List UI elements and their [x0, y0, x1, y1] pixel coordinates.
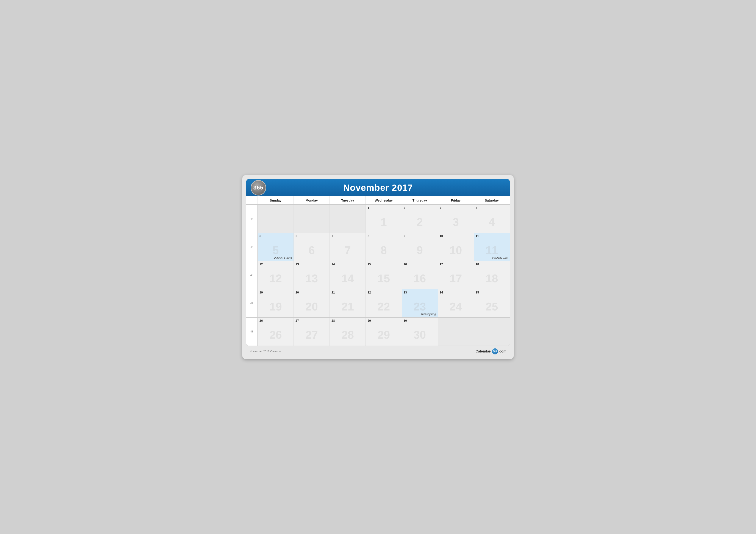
day-header-tuesday: Tuesday	[330, 196, 365, 204]
day-number: 22	[367, 291, 400, 294]
day-number: 20	[295, 291, 328, 294]
footer-calendar-text: Calendar-	[475, 349, 492, 353]
day-number: 29	[367, 319, 400, 322]
day-header-wednesday: Wednesday	[365, 196, 401, 204]
day-cell: 2121	[330, 290, 365, 318]
day-number: 1	[367, 206, 400, 210]
day-cell: 99	[402, 233, 438, 261]
day-watermark: 14	[341, 272, 354, 285]
day-cell: 2727	[293, 318, 330, 345]
day-cell	[330, 205, 365, 233]
day-watermark: 20	[305, 300, 318, 313]
day-header-friday: Friday	[438, 196, 474, 204]
day-number: 13	[295, 263, 328, 266]
day-watermark: 23	[414, 300, 426, 313]
day-cell: 1010	[438, 233, 474, 261]
week-num-cell: 46	[246, 261, 257, 289]
day-watermark: 10	[449, 244, 462, 257]
event-label: Veterans' Day	[492, 256, 508, 259]
calendar-body: 44112233444555Daylight Saving66778899101…	[246, 205, 510, 345]
event-label: Daylight Saving	[274, 256, 292, 259]
day-number: 27	[295, 319, 328, 322]
week-num-cell: 47	[246, 290, 257, 318]
day-cell: 55Daylight Saving	[257, 233, 293, 261]
day-number: 26	[259, 319, 292, 322]
day-number: 11	[475, 234, 508, 238]
page-title: November 2017	[252, 183, 504, 193]
calendar-header: 365 November 2017	[246, 179, 510, 196]
calendar-row: 461212131314141515161617171818	[246, 261, 510, 289]
day-cell	[293, 205, 330, 233]
day-cell: 2323Thanksgiving	[402, 290, 438, 318]
day-cell: 22	[402, 205, 438, 233]
day-cell: 2626	[257, 318, 293, 345]
week-num-cell: 48	[246, 318, 257, 345]
day-cell: 2222	[365, 290, 401, 318]
day-cell: 1111Veterans' Day	[474, 233, 510, 261]
day-watermark: 12	[269, 272, 282, 285]
day-cell: 1818	[474, 261, 510, 289]
day-cell: 77	[330, 233, 365, 261]
day-number: 18	[475, 263, 508, 266]
day-number: 3	[440, 206, 472, 210]
day-header-sunday: Sunday	[257, 196, 293, 204]
day-cell: 66	[293, 233, 330, 261]
day-watermark: 30	[414, 328, 426, 341]
day-number: 10	[440, 234, 472, 238]
day-cell: 44	[474, 205, 510, 233]
calendar-row: 4719192020212122222323Thanksgiving242425…	[246, 289, 510, 318]
day-number: 21	[332, 291, 364, 294]
day-cell: 11	[365, 205, 401, 233]
day-number: 6	[295, 234, 328, 238]
day-number: 28	[332, 319, 364, 322]
day-number: 15	[367, 263, 400, 266]
day-number: 19	[259, 291, 292, 294]
footer-left: November 2017 Calendar	[250, 350, 282, 353]
day-header-monday: Monday	[293, 196, 330, 204]
calendar-row: 4826262727282829293030	[246, 318, 510, 345]
logo-text: 365	[254, 184, 263, 191]
day-cell: 2424	[438, 290, 474, 318]
day-watermark: 27	[305, 328, 318, 341]
day-watermark: 28	[341, 328, 354, 341]
day-watermark: 3	[452, 216, 459, 228]
day-watermark: 24	[449, 300, 462, 313]
day-watermark: 4	[489, 216, 495, 228]
day-watermark: 9	[417, 244, 423, 257]
day-number: 24	[440, 291, 472, 294]
day-number: 7	[332, 234, 364, 238]
day-cell: 1515	[365, 261, 401, 289]
page-wrapper: 365 November 2017 SundayMondayTuesdayWed…	[242, 175, 514, 359]
day-watermark: 15	[378, 272, 390, 285]
day-watermark: 25	[486, 300, 498, 313]
day-watermark: 18	[486, 272, 498, 285]
event-label: Thanksgiving	[421, 313, 436, 316]
week-num-header-blank	[246, 196, 257, 204]
calendar-row: 4555Daylight Saving6677889910101111Veter…	[246, 233, 510, 261]
footer-dot-com: .com	[499, 349, 506, 353]
day-number: 17	[440, 263, 472, 266]
day-number: 30	[404, 319, 436, 322]
week-num-cell: 45	[246, 233, 257, 261]
day-cell: 2020	[293, 290, 330, 318]
day-header-saturday: Saturday	[474, 196, 510, 204]
day-watermark: 19	[269, 300, 282, 313]
footer-365-circle: 365	[492, 348, 498, 354]
day-cell: 2828	[330, 318, 365, 345]
days-header: SundayMondayTuesdayWednesdayThursdayFrid…	[246, 196, 510, 205]
day-watermark: 22	[378, 300, 390, 313]
day-number: 2	[404, 206, 436, 210]
day-watermark: 5	[273, 244, 279, 257]
day-cell	[474, 318, 510, 345]
day-cell: 3030	[402, 318, 438, 345]
day-watermark: 2	[417, 216, 423, 228]
day-number: 23	[404, 291, 436, 294]
day-watermark: 21	[341, 300, 354, 313]
day-cell: 1313	[293, 261, 330, 289]
day-number: 14	[332, 263, 364, 266]
week-num-cell: 44	[246, 205, 257, 233]
day-cell: 1717	[438, 261, 474, 289]
footer-right: Calendar- 365 .com	[475, 348, 506, 354]
day-cell	[438, 318, 474, 345]
day-watermark: 1	[381, 216, 387, 228]
